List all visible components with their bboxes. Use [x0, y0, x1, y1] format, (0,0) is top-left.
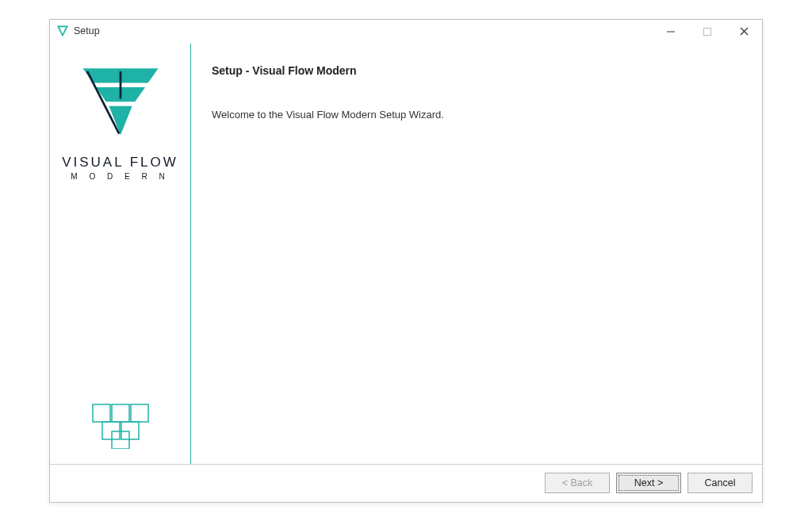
sidebar: VISUAL FLOW M O D E R N [50, 44, 191, 464]
maximize-button[interactable] [689, 20, 726, 44]
back-button: < Back [545, 473, 610, 493]
app-icon [56, 25, 69, 37]
brand-text: VISUAL FLOW M O D E R N [62, 155, 178, 181]
window-controls [653, 20, 762, 43]
svg-rect-13 [121, 422, 139, 439]
window-title: Setup [74, 25, 100, 36]
cancel-button[interactable]: Cancel [688, 473, 753, 493]
window-body: VISUAL FLOW M O D E R N [50, 44, 762, 464]
svg-rect-12 [102, 422, 120, 439]
welcome-text: Welcome to the Visual Flow Modern Setup … [212, 109, 741, 121]
page-heading: Setup - Visual Flow Modern [212, 64, 741, 77]
svg-rect-9 [93, 404, 110, 422]
decorative-squares-icon [90, 401, 151, 451]
titlebar: Setup [50, 20, 762, 44]
brand-logo-icon [77, 63, 164, 140]
next-button[interactable]: Next > [616, 473, 681, 493]
svg-rect-10 [112, 404, 129, 422]
svg-rect-11 [131, 404, 148, 422]
close-button[interactable] [726, 20, 762, 44]
svg-rect-14 [112, 431, 129, 449]
setup-window: Setup [49, 19, 763, 503]
footer: < Back Next > Cancel [50, 464, 762, 502]
titlebar-left: Setup [56, 25, 100, 37]
svg-rect-1 [704, 28, 711, 35]
content-pane: Setup - Visual Flow Modern Welcome to th… [191, 44, 762, 464]
minimize-button[interactable] [653, 20, 689, 44]
brand-line1: VISUAL FLOW [62, 155, 178, 170]
brand-line2: M O D E R N [62, 172, 178, 181]
